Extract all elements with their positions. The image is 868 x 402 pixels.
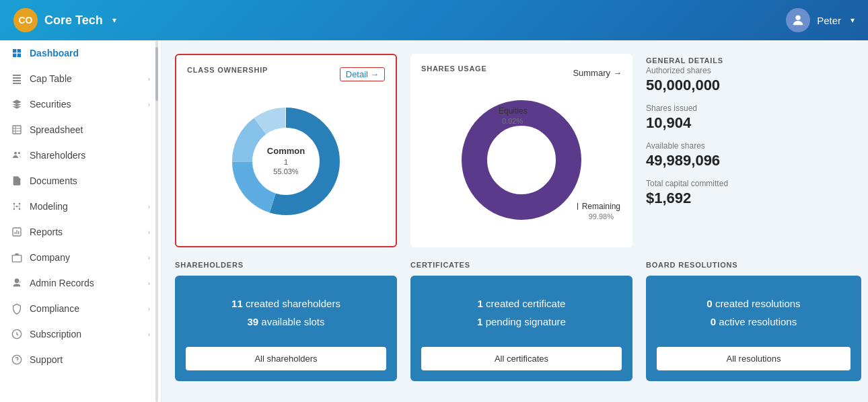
resolutions-created-count: 0 [707,298,712,309]
sidebar-label-compliance: Compliance [30,303,141,314]
header-left: CO Core Tech ▾ [13,8,116,32]
shareholders-stats: 11 created shareholders 39 available slo… [186,286,386,339]
sidebar-item-company[interactable]: Company › [0,245,161,270]
all-shareholders-button[interactable]: All shareholders [186,347,386,370]
svg-rect-4 [17,54,21,57]
svg-rect-6 [13,77,21,79]
sidebar-label-shareholders: Shareholders [30,150,150,161]
sidebar-item-securities[interactable]: Securities › [0,91,161,117]
svg-point-39 [488,126,555,194]
donut-center-number: 1 [267,157,305,167]
detail-label: Detail [346,69,368,79]
sidebar-label-reports: Reports [30,227,141,237]
shareholders-title: SHAREHOLDERS [175,261,397,269]
svg-rect-2 [17,49,21,52]
certificates-section: CERTIFICATES 1 created certificate 1 pen… [410,261,632,381]
summary-label: Summary [573,68,610,78]
equities-label: Equities [499,106,528,116]
issued-value: 10,904 [646,114,848,132]
certificates-stats: 1 created certificate 1 pending signatur… [421,286,622,339]
header: CO Core Tech ▾ Peter ▾ [0,0,868,40]
sidebar-item-cap-table[interactable]: Cap Table › [0,66,161,91]
capital-value: $1,692 [646,190,848,207]
reports-chevron-icon: › [148,229,150,236]
dashboard-icon [11,47,23,59]
all-certificates-button[interactable]: All certificates [421,347,622,370]
all-resolutions-button[interactable]: All resolutions [657,347,851,370]
sidebar-label-modeling: Modeling [30,201,141,212]
cap-table-chevron-icon: › [148,75,150,83]
sidebar-item-dashboard[interactable]: Dashboard [0,40,161,66]
sidebar-item-reports[interactable]: Reports › [0,219,161,245]
scroll-indicator [155,40,158,402]
sidebar-label-support: Support [30,354,150,365]
donut-center: Common 1 55.03% [267,146,305,176]
svg-rect-1 [13,49,16,52]
shares-usage-title: SHARES USAGE [421,65,487,73]
svg-rect-7 [13,80,21,81]
main-content: CLASS OWNERSHIP Detail → [161,40,868,402]
sidebar-label-company: Company [30,252,141,263]
capital-label: Total capital committed [646,179,848,188]
modeling-icon [11,200,23,212]
class-ownership-card: CLASS OWNERSHIP Detail → [175,54,397,247]
certificates-pending-count: 1 [477,316,482,327]
remaining-label: Remaining [582,202,620,211]
sidebar-item-subscription[interactable]: Subscription › [0,321,161,347]
sidebar-item-documents[interactable]: Documents [0,168,161,194]
resolutions-created-label: created resolutions [715,298,801,309]
sidebar-item-support[interactable]: Support [0,347,161,372]
svg-rect-3 [13,54,16,57]
certificates-created-label: created certificate [486,298,565,309]
summary-link[interactable]: Summary → [573,68,622,78]
board-resolutions-stats: 0 created resolutions 0 active resolutio… [657,286,851,339]
user-name: Peter [817,15,841,26]
subscription-chevron-icon: › [148,331,150,338]
resolutions-active-label: active resolutions [719,316,797,327]
shares-usage-card: SHARES USAGE Summary → Equities [410,54,632,247]
sidebar-item-spreadsheet[interactable]: Spreadsheet [0,117,161,143]
company-chevron-icon[interactable]: ▾ [112,15,116,25]
shareholders-icon [11,149,23,161]
cap-table-icon [11,73,23,85]
detail-link[interactable]: Detail → [340,67,385,81]
board-resolutions-title: BOARD RESOLUTIONS [646,261,861,269]
sidebar-label-documents: Documents [30,175,150,186]
available-shares: Available shares 49,989,096 [646,141,848,169]
company-name: Core Tech [44,13,103,28]
available-value: 49,989,096 [646,152,848,169]
sidebar-item-compliance[interactable]: Compliance › [0,296,161,321]
admin-records-chevron-icon: › [148,280,150,287]
company-chevron-icon: › [148,254,150,262]
svg-point-15 [16,206,18,208]
available-label: Available shares [646,141,848,151]
scroll-thumb [155,47,158,101]
company-logo: CO [13,8,38,32]
sidebar-label-subscription: Subscription [30,329,141,339]
svg-rect-8 [13,83,21,84]
svg-rect-28 [12,255,21,262]
compliance-chevron-icon: › [148,305,150,313]
company-icon [11,251,23,264]
compliance-icon [11,303,23,315]
sidebar-item-modeling[interactable]: Modeling › [0,194,161,219]
class-ownership-header: CLASS OWNERSHIP Detail → [187,66,385,82]
user-avatar [786,8,810,32]
admin-records-icon [11,277,23,289]
shareholders-card: 11 created shareholders 39 available slo… [175,276,397,381]
remaining-line [577,203,578,210]
user-chevron-icon[interactable]: ▾ [851,15,855,25]
shareholders-created-count: 11 [231,298,243,309]
issued-label: Shares issued [646,104,848,113]
board-resolutions-card: 0 created resolutions 0 active resolutio… [646,276,861,381]
sidebar-item-admin-records[interactable]: Admin Records › [0,270,161,296]
shareholders-section: SHAREHOLDERS 11 created shareholders 39 … [175,261,397,381]
shares-issued: Shares issued 10,904 [646,104,848,132]
top-row: CLASS OWNERSHIP Detail → [175,54,855,247]
sidebar-item-shareholders[interactable]: Shareholders [0,143,161,168]
sidebar-label-dashboard: Dashboard [30,48,150,58]
shares-usage-chart: Equities 0.02% Remaining 99.98% [421,86,622,234]
detail-arrow-icon: → [370,69,379,79]
shareholders-created-label: created shareholders [246,298,340,309]
general-details-card: GENERAL DETAILS Authorized shares 50,000… [646,54,848,247]
